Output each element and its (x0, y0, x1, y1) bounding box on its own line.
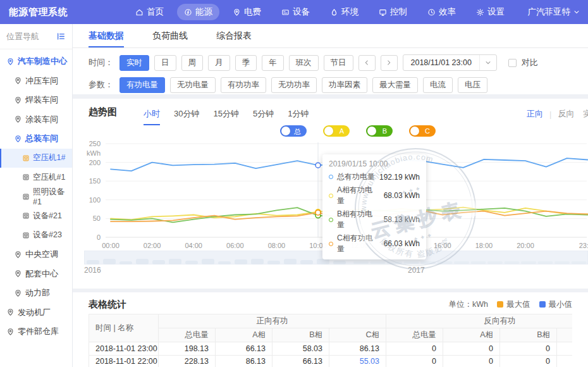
time-option-5[interactable]: 年 (262, 55, 284, 71)
param-option-4[interactable]: 功率因素 (322, 77, 367, 93)
cell-value: 58.03 (273, 342, 329, 356)
nav-item-6[interactable]: 效率 (420, 4, 463, 20)
max-color-swatch (497, 301, 503, 308)
param-option-2[interactable]: 有功功率 (221, 77, 266, 93)
chart-title: 趋势图 (89, 106, 117, 118)
sidebar-item-1[interactable]: 冲压车间 (0, 72, 72, 91)
param-option-7[interactable]: 电压 (458, 77, 487, 93)
param-option-5[interactable]: 最大需量 (372, 77, 418, 93)
sidebar-item-label: 发动机厂 (18, 307, 51, 318)
sidebar-item-4[interactable]: 总装车间 (0, 129, 72, 149)
cell-value: 198.13 (159, 342, 216, 356)
sidebar-item-label: 总装车间 (25, 133, 58, 144)
sidebar-item-7[interactable]: 照明设备#1 (0, 187, 72, 207)
interval-tab-1[interactable]: 30分钟 (174, 108, 199, 125)
date-picker[interactable]: 2018/11/01 23:00 (403, 54, 497, 71)
sidebar-item-5[interactable]: 空压机1# (0, 149, 72, 168)
compare-checkbox[interactable] (508, 59, 517, 67)
sidebar-item-14[interactable]: 零件部仓库 (0, 322, 72, 342)
tab-2[interactable]: 综合报表 (216, 24, 252, 47)
divider: | (549, 109, 551, 119)
sidebar-item-0[interactable]: 汽车制造中心 (0, 52, 72, 72)
svg-text:06:00: 06:00 (226, 242, 244, 249)
cell-value: 86.13 (329, 342, 386, 356)
param-option-6[interactable]: 电流 (423, 77, 453, 93)
interval-tab-4[interactable]: 1分钟 (288, 108, 309, 125)
cell-value: 0 (500, 355, 557, 367)
time-option-1[interactable]: 日 (154, 55, 176, 71)
pin-icon (6, 328, 15, 336)
sidebar-item-label: 零件部仓库 (18, 326, 59, 337)
time-option-0[interactable]: 实时 (119, 55, 149, 71)
chevron-down-icon (573, 8, 580, 16)
time-option-4[interactable]: 季 (235, 55, 257, 71)
minimap-year-mid: 2017 (408, 266, 425, 275)
tooltip-series-value: 192.19 kWh (379, 173, 420, 182)
nav-item-label: 环境 (341, 6, 358, 18)
interval-tab-3[interactable]: 5分钟 (253, 108, 274, 125)
nav-item-2[interactable]: 电费 (226, 4, 268, 20)
sidebar-item-12[interactable]: 动力部 (0, 283, 72, 303)
col-header-0-0: 总电量 (159, 328, 216, 342)
nav-item-0[interactable]: 首页 (128, 4, 171, 20)
sidebar-item-3[interactable]: 涂装车间 (0, 110, 72, 130)
time-option-3[interactable]: 月 (208, 55, 230, 71)
time-option-7[interactable]: 节日 (324, 55, 353, 71)
minimap-year-start: 2016 (84, 266, 101, 275)
chart-tooltip: 2019/01/15 10:00 总有功电量192.19 kWhA相有功电量68… (322, 154, 426, 259)
time-option-2[interactable]: 周 (181, 55, 204, 71)
interval-tabs: 小时30分钟15分钟5分钟1分钟 (144, 108, 309, 125)
min-legend-label: 最小值 (549, 299, 573, 310)
sidebar-item-9[interactable]: 设备#23 (0, 226, 72, 246)
tooltip-series-value: 58.13 kWh (384, 215, 420, 224)
company-selector[interactable]: 广汽菲亚特 (528, 6, 588, 18)
sidebar-item-label: 空压机1# (33, 152, 65, 163)
compare-label: 对比 (522, 57, 538, 68)
table-row-1: 2018-11-01 22:00228.1386.1366.1355.03000 (89, 355, 573, 367)
nav-item-5[interactable]: 控制 (372, 4, 414, 20)
nav-item-1[interactable]: 能源 (177, 4, 219, 20)
nav-item-4[interactable]: 环境 (323, 4, 365, 20)
param-option-0[interactable]: 有功电量 (119, 77, 165, 93)
nav-item-3[interactable]: 设备 (274, 4, 317, 20)
tooltip-series-value: 68.03 kWh (384, 191, 420, 200)
series-dot-icon (329, 218, 333, 222)
min-color-swatch (539, 301, 546, 308)
col-header-1-3: C相 (557, 328, 573, 342)
interval-tab-0[interactable]: 小时 (144, 108, 160, 125)
svg-text:0: 0 (97, 233, 101, 241)
sidebar-item-10[interactable]: 中央空调 (0, 245, 72, 264)
sidebar-item-6[interactable]: 空压机#1 (0, 168, 72, 187)
col-header-1-1: A相 (443, 328, 500, 342)
param-option-3[interactable]: 无功功率 (271, 77, 317, 93)
tooltip-series-value: 66.03 kWh (384, 239, 420, 248)
tab-0[interactable]: 基础数据 (89, 24, 124, 47)
cell-value (557, 355, 573, 367)
table-row-0: 2018-11-01 23:00198.1366.1358.0386.13000 (89, 342, 573, 356)
sidebar-item-label: 涂装车间 (25, 114, 58, 125)
collapse-icon[interactable] (56, 32, 66, 41)
filter-panel: 时间： 实时日周月季年班次节日 2018/11/01 23:00 对比 参数： … (73, 48, 588, 94)
prev-period-button[interactable] (358, 55, 376, 71)
svg-text:50: 50 (93, 215, 101, 222)
sidebar-item-13[interactable]: 发动机厂 (0, 303, 72, 323)
time-option-6[interactable]: 班次 (289, 55, 319, 71)
direction-0[interactable]: 正向 (527, 108, 543, 120)
tooltip-series-name: A相有功电量 (337, 185, 380, 206)
device-icon (281, 8, 290, 16)
sidebar-item-11[interactable]: 配套中心 (0, 264, 72, 284)
param-option-1[interactable]: 无功电量 (170, 77, 216, 93)
tab-1[interactable]: 负荷曲线 (152, 24, 188, 47)
next-period-button[interactable] (381, 55, 398, 71)
sidebar-item-8[interactable]: 设备#21 (0, 206, 72, 226)
col-header-0-3: C相 (329, 328, 386, 342)
interval-tab-2[interactable]: 15分钟 (213, 108, 238, 125)
cell-value: 0 (443, 342, 500, 356)
sidebar-item-2[interactable]: 焊装车间 (0, 90, 72, 110)
nav-item-7[interactable]: 设置 (469, 4, 511, 20)
stats-table-panel: 表格统计 单位：kWh 最大值 最小值 时间 | 名称正向有功反向有功总电量A相… (73, 292, 588, 367)
direction-1[interactable]: 反向 (558, 108, 574, 120)
sidebar-item-label: 设备#23 (33, 230, 62, 240)
svg-text:20:00: 20:00 (517, 242, 534, 249)
trend-chart-panel: 趋势图 小时30分钟15分钟5分钟1分钟 正向|反向 实 总ABC 2016 2… (73, 99, 588, 289)
